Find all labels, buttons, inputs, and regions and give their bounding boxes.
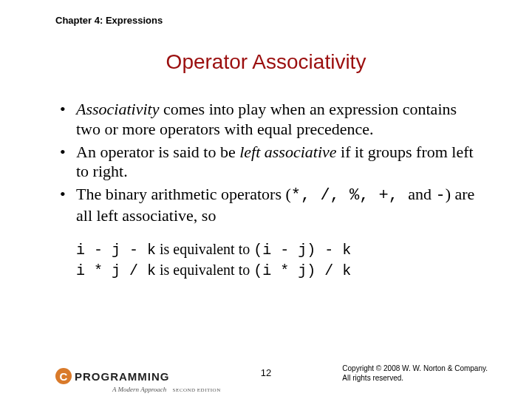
slide-footer: C PROGRAMMING A Modern Approach SECOND E… [0,356,532,386]
copyright-notice: Copyright © 2008 W. W. Norton & Company.… [342,364,488,383]
chapter-header: Chapter 4: Expressions [55,15,163,26]
example-2-mid: is equivalent to [156,262,253,278]
examples-block: i - j - k is equivalent to (i - j) - k i… [76,239,484,281]
copyright-line-1: Copyright © 2008 W. W. Norton & Company. [342,364,488,373]
bullet-2: An operator is said to be left associati… [55,143,484,183]
example-2: i * j / k is equivalent to (i * j) / k [76,260,484,281]
bullet-3-and: and [408,185,435,203]
example-2-rhs: (i * j) / k [253,262,351,279]
operators-list: *, /, %, +, [291,186,408,205]
example-1-rhs: (i - j) - k [253,242,351,259]
bullet-3-pre: The binary arithmetic operators ( [76,185,291,203]
example-1-mid: is equivalent to [156,241,253,257]
logo-subtitle: A Modern Approach SECOND EDITION [112,386,221,393]
bullet-1: Associativity comes into play when an ex… [55,100,484,140]
example-2-lhs: i * j / k [76,262,156,279]
example-1-lhs: i - j - k [76,242,156,259]
emphasis-left-associative: left associative [239,143,336,161]
slide-title: Operator Associativity [0,50,532,74]
copyright-line-2: All rights reserved. [342,373,488,383]
slide-body: Associativity comes into play when an ex… [55,100,484,281]
example-1: i - j - k is equivalent to (i - j) - k [76,239,484,260]
emphasis-associativity: Associativity [76,100,159,118]
bullet-3: The binary arithmetic operators (*, /, %… [55,185,484,226]
bullet-2-pre: An operator is said to be [76,143,239,161]
operator-minus: - [435,186,445,205]
